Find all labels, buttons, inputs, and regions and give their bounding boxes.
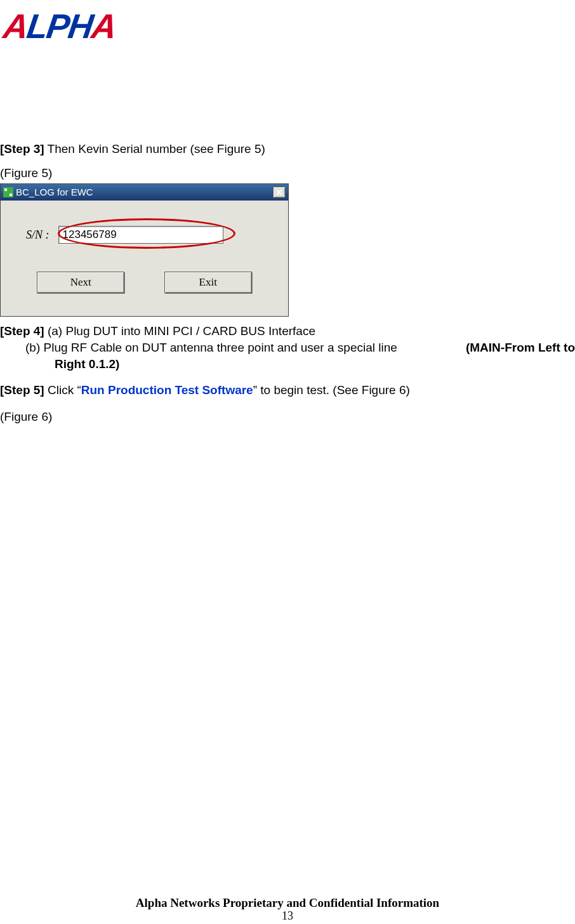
step4-line-a: [Step 4] (a) Plug DUT into MINI PCI / CA… (0, 323, 575, 340)
step5-label: [Step 5] (0, 383, 44, 397)
exit-button[interactable]: Exit (164, 272, 252, 293)
sn-label: S/N : (26, 227, 50, 242)
dialog-title: BC_LOG for EWC (16, 186, 93, 199)
dialog-titlebar: BC_LOG for EWC ✕ (1, 184, 288, 201)
step3-label: [Step 3] (0, 142, 44, 155)
figure5-label: (Figure 5) (0, 165, 575, 182)
sn-input[interactable] (58, 226, 223, 244)
step4-text-a: (a) Plug DUT into MINI PCI / CARD BUS In… (44, 324, 315, 338)
step3-line: [Step 3] Then Kevin Serial number (see F… (0, 141, 575, 157)
step5-post: ” to begin test. (See Figure 6) (253, 383, 410, 397)
footer-text: Alpha Networks Proprietary and Confident… (0, 896, 575, 910)
step4-line-b: (b) Plug RF Cable on DUT antenna three p… (0, 340, 575, 356)
page-number: 13 (0, 909, 575, 923)
step4-text-b-bold-part1: (MAIN-From Left to (466, 340, 575, 356)
step4-label: [Step 4] (0, 324, 44, 338)
step4-text-b-pre: (b) Plug RF Cable on DUT antenna three p… (25, 340, 397, 356)
step3-text: Then Kevin Serial number (see Figure 5) (44, 142, 265, 155)
step5-pre: Click “ (44, 383, 81, 397)
step5-line: [Step 5] Click “Run Production Test Soft… (0, 382, 575, 399)
alpha-logo: ALPHA (4, 6, 575, 46)
figure6-label: (Figure 6) (0, 409, 575, 425)
next-button[interactable]: Next (37, 272, 124, 293)
bc-log-dialog: BC_LOG for EWC ✕ S/N : Next Exit (0, 183, 289, 317)
run-production-test-link: Run Production Test Software (81, 383, 253, 397)
step4-text-b-bold-part2: Right 0.1.2) (55, 356, 575, 373)
close-icon: ✕ (275, 187, 283, 199)
close-button[interactable]: ✕ (273, 187, 286, 198)
dialog-app-icon (3, 187, 13, 197)
